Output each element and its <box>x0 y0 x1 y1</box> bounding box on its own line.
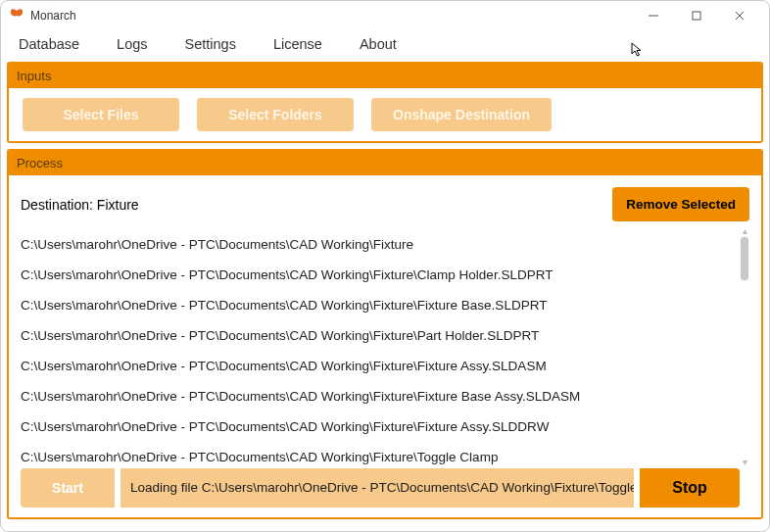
menu-database[interactable]: Database <box>19 36 79 52</box>
app-icon <box>9 8 24 24</box>
select-folders-button[interactable]: Select Folders <box>197 98 354 131</box>
menu-about[interactable]: About <box>360 36 397 52</box>
process-panel: Process Destination: Fixture Remove Sele… <box>7 149 763 519</box>
destination-name: Fixture <box>97 197 139 213</box>
client-area: Inputs Select Files Select Folders Onsha… <box>1 62 769 531</box>
file-row[interactable]: C:\Users\marohr\OneDrive - PTC\Documents… <box>21 320 749 351</box>
file-row[interactable]: C:\Users\marohr\OneDrive - PTC\Documents… <box>21 260 749 290</box>
menu-logs[interactable]: Logs <box>117 36 147 52</box>
select-files-button[interactable]: Select Files <box>23 98 179 131</box>
process-footer: Start Loading file C:\Users\marohr\OneDr… <box>9 468 761 508</box>
file-row[interactable]: C:\Users\marohr\OneDrive - PTC\Documents… <box>21 381 749 411</box>
menu-license[interactable]: License <box>273 36 322 52</box>
file-row[interactable]: C:\Users\marohr\OneDrive - PTC\Documents… <box>21 351 749 381</box>
file-row[interactable]: C:\Users\marohr\OneDrive - PTC\Documents… <box>21 411 749 442</box>
onshape-destination-button[interactable]: Onshape Destination <box>371 98 552 131</box>
scroll-down-icon[interactable]: ▾ <box>738 455 749 468</box>
file-row[interactable]: C:\Users\marohr\OneDrive - PTC\Documents… <box>21 290 749 320</box>
process-body: Destination: Fixture Remove Selected C:\… <box>9 175 761 517</box>
destination-row: Destination: Fixture Remove Selected <box>21 187 749 221</box>
status-text: Loading file C:\Users\marohr\OneDrive - … <box>120 468 634 508</box>
svg-rect-1 <box>693 12 700 20</box>
menu-settings[interactable]: Settings <box>185 36 236 52</box>
menubar: Database Logs Settings License About <box>1 30 769 62</box>
app-window: Monarch Database Logs Settings License A… <box>0 0 770 532</box>
destination-prefix: Destination: <box>21 197 97 213</box>
remove-selected-button[interactable]: Remove Selected <box>612 187 749 221</box>
stop-button[interactable]: Stop <box>640 468 740 508</box>
start-button[interactable]: Start <box>21 468 115 508</box>
close-button[interactable] <box>718 1 761 30</box>
file-row[interactable]: C:\Users\marohr\OneDrive - PTC\Documents… <box>21 229 749 260</box>
window-controls <box>632 1 761 30</box>
maximize-button[interactable] <box>675 1 718 30</box>
minimize-button[interactable] <box>632 1 675 30</box>
inputs-header: Inputs <box>9 64 761 88</box>
titlebar: Monarch <box>1 1 769 30</box>
scrollbar-thumb[interactable] <box>741 237 748 280</box>
window-title: Monarch <box>30 9 632 23</box>
destination-label: Destination: Fixture <box>21 197 139 213</box>
inputs-body: Select Files Select Folders Onshape Dest… <box>9 88 761 141</box>
scrollbar[interactable]: ▴ ▾ <box>738 229 749 462</box>
inputs-panel: Inputs Select Files Select Folders Onsha… <box>7 62 763 143</box>
process-header: Process <box>9 151 761 175</box>
